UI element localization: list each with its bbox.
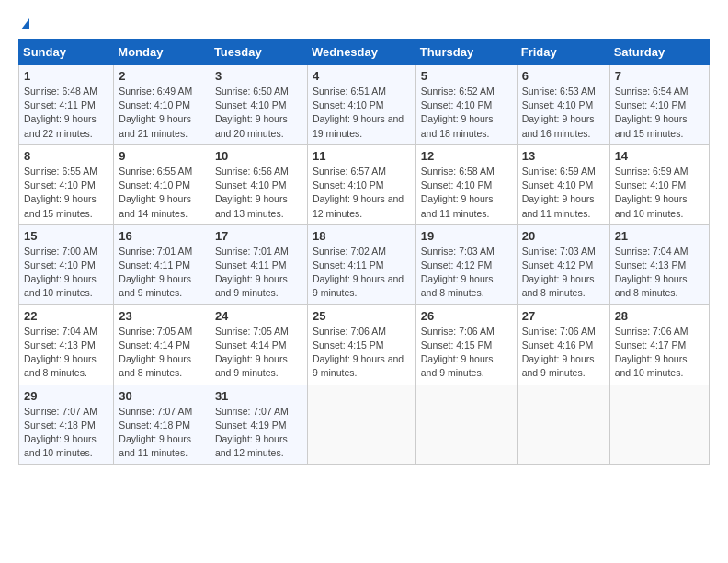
day-info: Sunrise: 6:51 AM Sunset: 4:10 PM Dayligh… <box>313 85 411 141</box>
col-tuesday: Tuesday <box>210 40 307 65</box>
day-cell-20: 20 Sunrise: 7:03 AM Sunset: 4:12 PM Dayl… <box>517 224 609 304</box>
day-cell-23: 23 Sunrise: 7:05 AM Sunset: 4:14 PM Dayl… <box>114 304 210 385</box>
empty-cell <box>517 385 609 465</box>
day-info: Sunrise: 7:03 AM Sunset: 4:12 PM Dayligh… <box>421 245 512 301</box>
day-cell-9: 9 Sunrise: 6:55 AM Sunset: 4:10 PM Dayli… <box>114 144 210 224</box>
day-info: Sunrise: 6:58 AM Sunset: 4:10 PM Dayligh… <box>421 165 512 221</box>
calendar-row: 8 Sunrise: 6:55 AM Sunset: 4:10 PM Dayli… <box>19 144 710 224</box>
day-number: 3 <box>215 69 302 83</box>
day-info: Sunrise: 7:06 AM Sunset: 4:15 PM Dayligh… <box>421 325 512 381</box>
calendar-row: 22 Sunrise: 7:04 AM Sunset: 4:13 PM Dayl… <box>19 304 710 385</box>
day-number: 10 <box>215 149 302 163</box>
day-info: Sunrise: 7:05 AM Sunset: 4:14 PM Dayligh… <box>215 325 302 381</box>
day-cell-13: 13 Sunrise: 6:59 AM Sunset: 4:10 PM Dayl… <box>517 144 609 224</box>
day-cell-25: 25 Sunrise: 7:06 AM Sunset: 4:15 PM Dayl… <box>307 304 415 385</box>
day-cell-10: 10 Sunrise: 6:56 AM Sunset: 4:10 PM Dayl… <box>210 144 307 224</box>
day-info: Sunrise: 7:04 AM Sunset: 4:13 PM Dayligh… <box>24 325 108 381</box>
day-cell-27: 27 Sunrise: 7:06 AM Sunset: 4:16 PM Dayl… <box>517 304 609 385</box>
day-number: 17 <box>215 229 302 243</box>
day-info: Sunrise: 7:02 AM Sunset: 4:11 PM Dayligh… <box>313 245 411 301</box>
day-info: Sunrise: 7:03 AM Sunset: 4:12 PM Dayligh… <box>522 245 605 301</box>
day-info: Sunrise: 6:50 AM Sunset: 4:10 PM Dayligh… <box>215 85 302 141</box>
day-number: 23 <box>119 309 205 323</box>
day-number: 8 <box>24 149 108 163</box>
day-number: 24 <box>215 309 302 323</box>
day-number: 26 <box>421 309 512 323</box>
day-cell-28: 28 Sunrise: 7:06 AM Sunset: 4:17 PM Dayl… <box>609 304 709 385</box>
day-cell-1: 1 Sunrise: 6:48 AM Sunset: 4:11 PM Dayli… <box>19 65 114 145</box>
day-cell-29: 29 Sunrise: 7:07 AM Sunset: 4:18 PM Dayl… <box>19 385 114 465</box>
day-info: Sunrise: 7:04 AM Sunset: 4:13 PM Dayligh… <box>615 245 704 301</box>
page-header <box>18 18 710 31</box>
day-cell-30: 30 Sunrise: 7:07 AM Sunset: 4:18 PM Dayl… <box>114 385 210 465</box>
day-cell-17: 17 Sunrise: 7:01 AM Sunset: 4:11 PM Dayl… <box>210 224 307 304</box>
day-info: Sunrise: 6:48 AM Sunset: 4:11 PM Dayligh… <box>24 85 108 141</box>
day-info: Sunrise: 6:49 AM Sunset: 4:10 PM Dayligh… <box>119 85 205 141</box>
day-number: 28 <box>615 309 704 323</box>
day-info: Sunrise: 6:54 AM Sunset: 4:10 PM Dayligh… <box>615 85 704 141</box>
day-info: Sunrise: 7:00 AM Sunset: 4:10 PM Dayligh… <box>24 245 108 301</box>
col-thursday: Thursday <box>415 40 517 65</box>
col-friday: Friday <box>517 40 609 65</box>
col-saturday: Saturday <box>609 40 709 65</box>
day-number: 2 <box>119 69 205 83</box>
day-info: Sunrise: 6:59 AM Sunset: 4:10 PM Dayligh… <box>522 165 605 221</box>
day-info: Sunrise: 7:01 AM Sunset: 4:11 PM Dayligh… <box>119 245 205 301</box>
day-number: 20 <box>522 229 605 243</box>
col-wednesday: Wednesday <box>307 40 415 65</box>
day-number: 12 <box>421 149 512 163</box>
day-info: Sunrise: 7:07 AM Sunset: 4:19 PM Dayligh… <box>215 405 302 461</box>
day-number: 5 <box>421 69 512 83</box>
day-cell-16: 16 Sunrise: 7:01 AM Sunset: 4:11 PM Dayl… <box>114 224 210 304</box>
calendar-row: 1 Sunrise: 6:48 AM Sunset: 4:11 PM Dayli… <box>19 65 710 145</box>
day-number: 30 <box>119 389 205 403</box>
day-cell-14: 14 Sunrise: 6:59 AM Sunset: 4:10 PM Dayl… <box>609 144 709 224</box>
day-info: Sunrise: 6:55 AM Sunset: 4:10 PM Dayligh… <box>119 165 205 221</box>
logo-triangle-icon <box>21 18 29 29</box>
day-number: 25 <box>313 309 411 323</box>
day-number: 19 <box>421 229 512 243</box>
calendar-body: 1 Sunrise: 6:48 AM Sunset: 4:11 PM Dayli… <box>19 65 710 465</box>
day-number: 27 <box>522 309 605 323</box>
day-cell-2: 2 Sunrise: 6:49 AM Sunset: 4:10 PM Dayli… <box>114 65 210 145</box>
day-cell-19: 19 Sunrise: 7:03 AM Sunset: 4:12 PM Dayl… <box>415 224 517 304</box>
day-cell-18: 18 Sunrise: 7:02 AM Sunset: 4:11 PM Dayl… <box>307 224 415 304</box>
day-info: Sunrise: 6:55 AM Sunset: 4:10 PM Dayligh… <box>24 165 108 221</box>
empty-cell <box>415 385 517 465</box>
day-info: Sunrise: 7:06 AM Sunset: 4:16 PM Dayligh… <box>522 325 605 381</box>
day-info: Sunrise: 6:52 AM Sunset: 4:10 PM Dayligh… <box>421 85 512 141</box>
day-info: Sunrise: 7:06 AM Sunset: 4:15 PM Dayligh… <box>313 325 411 381</box>
empty-cell <box>609 385 709 465</box>
day-info: Sunrise: 7:07 AM Sunset: 4:18 PM Dayligh… <box>24 405 108 461</box>
day-cell-3: 3 Sunrise: 6:50 AM Sunset: 4:10 PM Dayli… <box>210 65 307 145</box>
day-cell-31: 31 Sunrise: 7:07 AM Sunset: 4:19 PM Dayl… <box>210 385 307 465</box>
day-info: Sunrise: 6:59 AM Sunset: 4:10 PM Dayligh… <box>615 165 704 221</box>
day-cell-4: 4 Sunrise: 6:51 AM Sunset: 4:10 PM Dayli… <box>307 65 415 145</box>
day-cell-7: 7 Sunrise: 6:54 AM Sunset: 4:10 PM Dayli… <box>609 65 709 145</box>
day-info: Sunrise: 7:05 AM Sunset: 4:14 PM Dayligh… <box>119 325 205 381</box>
day-info: Sunrise: 6:53 AM Sunset: 4:10 PM Dayligh… <box>522 85 605 141</box>
day-cell-11: 11 Sunrise: 6:57 AM Sunset: 4:10 PM Dayl… <box>307 144 415 224</box>
day-number: 29 <box>24 389 108 403</box>
header-row: Sunday Monday Tuesday Wednesday Thursday… <box>19 40 710 65</box>
logo <box>18 18 29 31</box>
day-number: 18 <box>313 229 411 243</box>
day-number: 21 <box>615 229 704 243</box>
day-number: 13 <box>522 149 605 163</box>
day-cell-12: 12 Sunrise: 6:58 AM Sunset: 4:10 PM Dayl… <box>415 144 517 224</box>
day-number: 1 <box>24 69 108 83</box>
day-info: Sunrise: 6:56 AM Sunset: 4:10 PM Dayligh… <box>215 165 302 221</box>
day-cell-15: 15 Sunrise: 7:00 AM Sunset: 4:10 PM Dayl… <box>19 224 114 304</box>
day-cell-24: 24 Sunrise: 7:05 AM Sunset: 4:14 PM Dayl… <box>210 304 307 385</box>
day-cell-21: 21 Sunrise: 7:04 AM Sunset: 4:13 PM Dayl… <box>609 224 709 304</box>
day-cell-6: 6 Sunrise: 6:53 AM Sunset: 4:10 PM Dayli… <box>517 65 609 145</box>
col-monday: Monday <box>114 40 210 65</box>
day-number: 22 <box>24 309 108 323</box>
calendar-table: Sunday Monday Tuesday Wednesday Thursday… <box>18 39 710 465</box>
col-sunday: Sunday <box>19 40 114 65</box>
day-info: Sunrise: 7:07 AM Sunset: 4:18 PM Dayligh… <box>119 405 205 461</box>
day-info: Sunrise: 7:06 AM Sunset: 4:17 PM Dayligh… <box>615 325 704 381</box>
calendar-row: 29 Sunrise: 7:07 AM Sunset: 4:18 PM Dayl… <box>19 385 710 465</box>
day-number: 14 <box>615 149 704 163</box>
day-number: 15 <box>24 229 108 243</box>
